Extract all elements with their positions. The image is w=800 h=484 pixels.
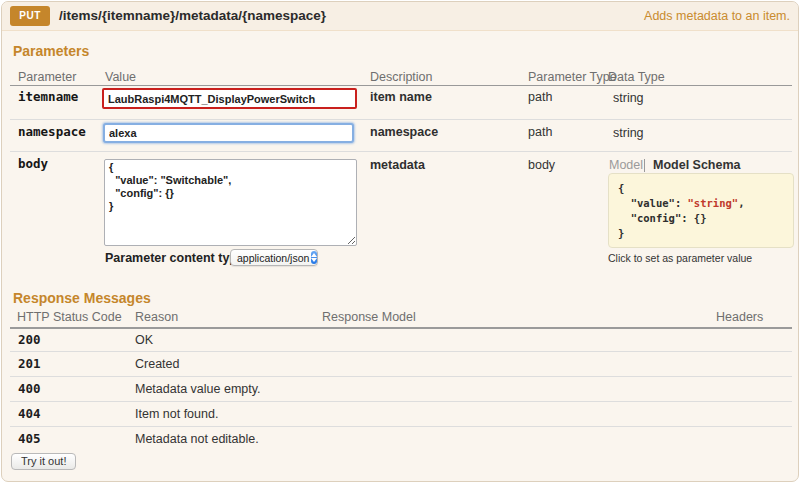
reason-405: Metadata not editable.	[135, 432, 259, 446]
schema-line: "value": "string",	[618, 196, 784, 211]
schema-hint: Click to set as parameter value	[608, 252, 752, 264]
schema-line: }	[618, 226, 784, 241]
reason-201: Created	[135, 357, 179, 371]
col-response-model: Response Model	[322, 310, 416, 324]
select-stepper-icon	[311, 251, 317, 264]
reason-404: Item not found.	[135, 407, 218, 421]
status-code-405: 405	[18, 431, 41, 446]
row-divider	[10, 151, 792, 152]
reason-400: Metadata value empty.	[135, 382, 261, 396]
reason-200: OK	[135, 333, 153, 347]
endpoint-card: PUT /items/{itemname}/metadata/{namespac…	[1, 1, 799, 482]
model-schema-snippet[interactable]: { "value": "string", "config": {} }	[608, 173, 794, 248]
parameters-heading: Parameters	[13, 43, 89, 59]
try-it-out-button[interactable]: Try it out!	[11, 453, 76, 470]
row-divider	[10, 351, 792, 352]
col-parameter-type: Parameter Type	[528, 70, 617, 84]
itemname-input[interactable]	[102, 88, 357, 109]
row-divider	[10, 376, 792, 377]
col-http-status-code: HTTP Status Code	[17, 310, 122, 324]
namespace-input[interactable]	[103, 123, 354, 143]
param-type-body: body	[528, 158, 555, 172]
put-method-badge[interactable]: PUT	[10, 6, 50, 26]
responses-header-divider	[10, 327, 792, 329]
model-tab-divider	[644, 159, 645, 172]
param-type-namespace: path	[528, 125, 552, 139]
data-type-namespace: string	[613, 126, 644, 140]
col-data-type: Data Type	[608, 70, 665, 84]
param-name-namespace: namespace	[18, 124, 86, 139]
col-parameter: Parameter	[18, 70, 76, 84]
content-type-select[interactable]: application/json	[230, 249, 318, 266]
schema-line: "config": {}	[618, 211, 784, 226]
col-headers: Headers	[716, 310, 763, 324]
row-divider	[10, 401, 792, 402]
param-desc-namespace: namespace	[370, 125, 438, 139]
status-code-404: 404	[18, 406, 41, 421]
param-name-body: body	[18, 156, 48, 171]
params-header-divider	[10, 85, 792, 86]
status-code-400: 400	[18, 381, 41, 396]
param-desc-itemname: item name	[370, 90, 432, 104]
col-reason: Reason	[135, 310, 178, 324]
row-divider	[10, 426, 792, 427]
content-type-label: Parameter content type:	[105, 251, 248, 265]
responses-heading: Response Messages	[13, 290, 151, 306]
data-type-itemname: string	[613, 91, 644, 105]
param-desc-body: metadata	[370, 158, 425, 172]
status-code-200: 200	[18, 332, 41, 347]
col-description: Description	[370, 70, 433, 84]
tab-model-schema[interactable]: Model Schema	[653, 158, 741, 172]
tab-model[interactable]: Model	[609, 158, 643, 172]
endpoint-header: PUT /items/{itemname}/metadata/{namespac…	[2, 2, 798, 31]
col-value: Value	[105, 70, 136, 84]
status-code-201: 201	[18, 356, 41, 371]
endpoint-path-link[interactable]: /items/{itemname}/metadata/{namespace}	[59, 2, 326, 30]
row-divider	[10, 119, 792, 120]
endpoint-summary-link[interactable]: Adds metadata to an item.	[644, 2, 790, 30]
body-parameter-textarea[interactable]: { "value": "Switchable", "config": {} }	[104, 159, 357, 246]
schema-line: {	[618, 181, 784, 196]
param-type-itemname: path	[528, 90, 552, 104]
param-name-itemname: itemname	[18, 89, 78, 104]
content-type-selected-value: application/json	[231, 252, 311, 264]
